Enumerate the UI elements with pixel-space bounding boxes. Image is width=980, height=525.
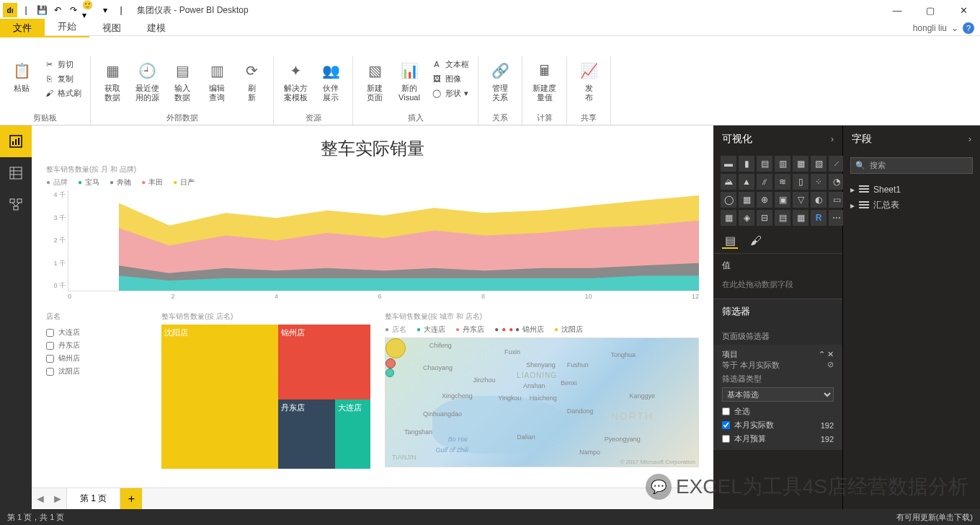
edit-queries-button[interactable]: ▥编辑 查询 xyxy=(201,58,233,111)
viz-line-icon[interactable]: ⟋ xyxy=(829,156,845,172)
treemap-cell[interactable]: 沈阳店 xyxy=(161,325,278,469)
viz-pie-icon[interactable]: ◔ xyxy=(829,174,845,190)
partner-showcase-button[interactable]: 👥伙伴 展示 xyxy=(315,58,347,111)
chevron-right-icon[interactable]: › xyxy=(968,134,971,144)
filter-type-select[interactable]: 基本筛选 xyxy=(722,387,834,402)
map-bubble-shenyang[interactable] xyxy=(386,338,406,358)
enter-data-button[interactable]: ▤输入 数据 xyxy=(166,58,198,111)
map-canvas[interactable]: Chifeng Chaoyang Fuxin Shenyang Fushun T… xyxy=(385,338,699,467)
checkbox[interactable] xyxy=(46,342,54,350)
fields-tab-icon[interactable]: ▤ xyxy=(722,233,738,249)
viz-stacked-column-icon[interactable]: ▮ xyxy=(739,156,754,172)
treemap-cell[interactable]: 大连店 xyxy=(335,400,370,469)
expand-icon[interactable]: ▸ xyxy=(850,200,855,211)
viz-header[interactable]: 可视化› xyxy=(713,125,842,153)
viz-ribbon-icon[interactable]: ≋ xyxy=(775,174,790,190)
format-tab-icon[interactable]: 🖌 xyxy=(748,233,764,249)
legend-item[interactable]: 大连店 xyxy=(416,325,445,335)
qat-customize[interactable]: ▾ xyxy=(98,3,112,17)
viz-slicer-icon[interactable]: ⊟ xyxy=(757,210,772,226)
viz-stacked-bar-icon[interactable]: ▬ xyxy=(721,156,736,172)
legend-item[interactable]: 日产 xyxy=(173,177,195,188)
cut-button[interactable]: ✂剪切 xyxy=(40,58,84,71)
minimize-button[interactable]: — xyxy=(881,0,914,20)
legend-item[interactable]: 沈阳店 xyxy=(554,325,583,335)
slicer-store[interactable]: 店名 大连店 丹东店 锦州店 沈阳店 xyxy=(46,312,147,469)
smiley-icon[interactable]: 🙂▾ xyxy=(82,3,97,17)
chevron-right-icon[interactable]: › xyxy=(831,134,834,144)
expand-icon[interactable]: ▸ xyxy=(850,185,855,195)
viz-custom-icon[interactable]: ⋯ xyxy=(829,210,845,226)
manage-relationships-button[interactable]: 🔗管理 关系 xyxy=(484,58,516,111)
slicer-item[interactable]: 沈阳店 xyxy=(46,365,147,378)
close-button[interactable]: ✕ xyxy=(947,0,980,20)
publish-button[interactable]: 📈发 布 xyxy=(573,58,605,111)
map-visual[interactable]: 整车销售数量(按 城市 和 店名) 店名 大连店 丹东店 ● 锦州店 沈阳店 C… xyxy=(385,312,699,469)
viz-100-bar-icon[interactable]: ▦ xyxy=(793,156,808,172)
new-measure-button[interactable]: 🖩新建度 量值 xyxy=(528,58,561,111)
filter-item[interactable]: 项目⌃ ✕ 等于 本月实际数 ⊘ 筛选器类型 基本筛选 全选 本月实际数192 … xyxy=(713,345,842,450)
area-chart[interactable]: 4 千3 千2 千1 千0 千 xyxy=(68,190,699,291)
redo-icon[interactable]: ↷ xyxy=(66,3,81,17)
legend-item[interactable]: 丹东店 xyxy=(455,325,484,335)
viz-stacked-area-icon[interactable]: ▲ xyxy=(739,174,754,190)
viz-kpi-icon[interactable]: ◈ xyxy=(739,210,754,226)
tab-file[interactable]: 文件 xyxy=(0,19,45,38)
tab-view[interactable]: 视图 xyxy=(89,19,134,38)
map-bubble-dalian[interactable] xyxy=(386,369,394,377)
table-item[interactable]: ▸Sheet1 xyxy=(850,182,973,197)
map-bubble-jinzhou[interactable] xyxy=(386,358,396,369)
fields-header[interactable]: 字段› xyxy=(843,125,980,153)
rail-report-view[interactable] xyxy=(0,125,32,157)
filter-option[interactable]: 本月实际数192 xyxy=(722,418,834,432)
recent-sources-button[interactable]: 🕘最近使 用的源 xyxy=(131,58,164,111)
viz-multi-card-icon[interactable]: ▦ xyxy=(721,210,736,226)
page-next-button[interactable]: ► xyxy=(49,493,66,506)
shapes-button[interactable]: ◯形状▾ xyxy=(428,87,472,100)
treemap-visual[interactable]: 整车销售数量(按 店名) 沈阳店 锦州店 丹东店 大连店 xyxy=(161,312,370,469)
filter-option[interactable]: 本月预算192 xyxy=(722,432,834,446)
treemap-cell[interactable]: 丹东店 xyxy=(278,400,334,469)
format-painter-button[interactable]: 🖌格式刷 xyxy=(40,87,84,100)
page-tab[interactable]: 第 1 页 xyxy=(66,488,120,510)
textbox-button[interactable]: A文本框 xyxy=(428,58,472,71)
add-page-button[interactable]: + xyxy=(120,488,142,510)
viz-area-icon[interactable]: ⛰ xyxy=(721,174,736,190)
viz-matrix-icon[interactable]: ▦ xyxy=(793,210,808,226)
filter-option-all[interactable]: 全选 xyxy=(722,405,834,418)
legend-item[interactable]: 宝马 xyxy=(78,177,99,188)
copy-button[interactable]: ⎘复制 xyxy=(40,72,84,85)
undo-icon[interactable]: ↶ xyxy=(50,3,65,17)
viz-gauge-icon[interactable]: ◐ xyxy=(811,192,827,208)
page-prev-button[interactable]: ◄ xyxy=(32,493,49,506)
legend-item[interactable]: 丰田 xyxy=(141,177,163,188)
get-data-button[interactable]: ▦获取 数据 xyxy=(97,58,128,111)
fields-search[interactable]: 🔍搜索 xyxy=(850,157,973,174)
paste-button[interactable]: 📋粘贴 xyxy=(6,58,37,111)
tab-model[interactable]: 建模 xyxy=(134,19,179,38)
maximize-button[interactable]: ▢ xyxy=(914,0,947,20)
solution-templates-button[interactable]: ✦解决方 案模板 xyxy=(280,58,312,111)
viz-r-icon[interactable]: R xyxy=(811,210,827,226)
slicer-item[interactable]: 丹东店 xyxy=(46,339,147,352)
refresh-button[interactable]: ⟳刷 新 xyxy=(236,58,267,111)
slicer-item[interactable]: 锦州店 xyxy=(46,352,147,365)
legend-item[interactable]: ● 锦州店 xyxy=(494,325,544,335)
viz-waterfall-icon[interactable]: ▯ xyxy=(793,174,808,190)
viz-clustered-column-icon[interactable]: ▥ xyxy=(775,156,790,172)
viz-clustered-bar-icon[interactable]: ▤ xyxy=(757,156,772,172)
status-right[interactable]: 有可用更新(单击下载) xyxy=(896,512,973,523)
viz-card-icon[interactable]: ▭ xyxy=(829,192,845,208)
new-page-button[interactable]: ▧新建 页面 xyxy=(359,58,391,111)
treemap-cell[interactable]: 锦州店 xyxy=(278,325,370,400)
save-icon[interactable]: 💾 xyxy=(35,3,49,17)
image-button[interactable]: 🖼图像 xyxy=(428,72,472,85)
viz-table-icon[interactable]: ▤ xyxy=(775,210,790,226)
viz-100-column-icon[interactable]: ▧ xyxy=(811,156,827,172)
viz-line-column-icon[interactable]: ⫽ xyxy=(757,174,772,190)
tab-home[interactable]: 开始 xyxy=(45,17,89,38)
viz-map-icon[interactable]: ⊕ xyxy=(757,192,772,208)
viz-treemap-icon[interactable]: ▦ xyxy=(739,192,754,208)
table-item[interactable]: ▸汇总表 xyxy=(850,197,973,213)
rail-model-view[interactable] xyxy=(0,189,32,221)
